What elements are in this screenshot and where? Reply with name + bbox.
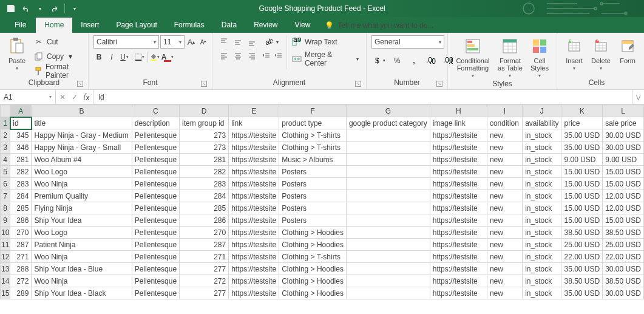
cell-K3[interactable]: 35.00 USD [561, 142, 603, 154]
cell-F15[interactable]: Clothing > Hoodies [279, 287, 347, 299]
underline-button[interactable]: U▾ [119, 51, 130, 63]
cell-F4[interactable]: Music > Albums [279, 154, 347, 166]
cell-K2[interactable]: 35.00 USD [561, 129, 603, 142]
cell-A3[interactable]: 346 [10, 142, 32, 154]
cell-D15[interactable]: 277 [180, 287, 229, 299]
borders-button[interactable]: ▾ [134, 51, 145, 63]
row-header-6[interactable]: 6 [1, 178, 10, 190]
cell-L15[interactable]: 30.00 USD [603, 287, 644, 299]
cell-F1[interactable]: product type [279, 117, 347, 129]
cell-A5[interactable]: 282 [10, 166, 32, 178]
cell-J8[interactable]: in_stock [523, 202, 561, 214]
cell-H6[interactable]: https://testsite [430, 178, 487, 190]
cell-J13[interactable]: in_stock [523, 263, 561, 275]
col-header-G[interactable]: G [346, 105, 430, 117]
cell-G1[interactable]: google product category [346, 117, 430, 129]
cell-H5[interactable]: https://testsite [430, 166, 487, 178]
expand-formula-bar-icon[interactable]: ⋁ [632, 90, 644, 104]
cell-J4[interactable]: in_stock [523, 154, 561, 166]
cell-J1[interactable]: availability [523, 117, 561, 129]
cell-I9[interactable]: new [487, 214, 522, 227]
paste-button[interactable]: Paste ▾ [5, 35, 29, 72]
cell-J11[interactable]: in_stock [523, 239, 561, 251]
cell-A6[interactable]: 283 [10, 178, 32, 190]
cell-I14[interactable]: new [487, 275, 522, 287]
cell-B14[interactable]: Woo Ninja [32, 275, 132, 287]
cell-B3[interactable]: Happy Ninja - Gray - Small [32, 142, 132, 154]
cell-I15[interactable]: new [487, 287, 522, 299]
cell-D1[interactable]: item group id [180, 117, 229, 129]
cell-L13[interactable]: 30.00 USD [603, 263, 644, 275]
cell-B1[interactable]: title [32, 117, 132, 129]
row-header-13[interactable]: 13 [1, 263, 10, 275]
cell-F11[interactable]: Clothing > Hoodies [279, 239, 347, 251]
cell-C8[interactable]: Pellentesque [132, 202, 179, 214]
cell-G9[interactable] [346, 214, 430, 227]
cell-J7[interactable]: in_stock [523, 190, 561, 202]
cell-K6[interactable]: 15.00 USD [561, 178, 603, 190]
undo-icon[interactable] [21, 4, 30, 13]
tab-formulas[interactable]: Formulas [166, 18, 213, 33]
tab-file[interactable]: File [6, 18, 35, 33]
grow-font-button[interactable]: A▴ [186, 36, 197, 48]
cell-J9[interactable]: in_stock [523, 214, 561, 227]
cell-L4[interactable]: 9.00 USD [603, 154, 644, 166]
cell-L12[interactable]: 22.00 USD [603, 251, 644, 263]
font-size-combo[interactable]: 11▾ [160, 35, 185, 49]
cell-H2[interactable]: https://testsite [430, 129, 487, 142]
tab-review[interactable]: Review [245, 18, 286, 33]
cell-G7[interactable] [346, 190, 430, 202]
cell-styles-button[interactable]: Cell Styles▾ [527, 35, 552, 80]
cell-C11[interactable]: Pellentesque [132, 239, 179, 251]
cell-F3[interactable]: Clothing > T-shirts [279, 142, 347, 154]
bold-button[interactable]: B [93, 51, 104, 63]
cell-I4[interactable]: new [487, 154, 522, 166]
conditional-formatting-button[interactable]: Conditional Formatting▾ [453, 35, 493, 80]
cell-H7[interactable]: https://testsite [430, 190, 487, 202]
cell-C4[interactable]: Pellentesque [132, 154, 179, 166]
comma-format-button[interactable]: , [405, 53, 422, 68]
cell-E8[interactable]: https://testsite [229, 202, 279, 214]
cell-C9[interactable]: Pellentesque [132, 214, 179, 227]
format-cells-button[interactable]: Form [615, 35, 640, 66]
tab-page-layout[interactable]: Page Layout [107, 18, 165, 33]
cell-B12[interactable]: Woo Ninja [32, 251, 132, 263]
cell-A4[interactable]: 281 [10, 154, 32, 166]
cell-I1[interactable]: condition [487, 117, 522, 129]
cell-E7[interactable]: https://testsite [229, 190, 279, 202]
align-left-button[interactable] [217, 49, 231, 63]
cell-G6[interactable] [346, 178, 430, 190]
cell-G2[interactable] [346, 129, 430, 142]
orientation-button[interactable]: ab▾ [261, 35, 284, 49]
cell-C6[interactable]: Pellentesque [132, 178, 179, 190]
cell-D4[interactable]: 281 [180, 154, 229, 166]
cell-G8[interactable] [346, 202, 430, 214]
cell-H3[interactable]: https://testsite [430, 142, 487, 154]
cell-F14[interactable]: Clothing > Hoodies [279, 275, 347, 287]
cell-H14[interactable]: https://testsite [430, 275, 487, 287]
cell-C10[interactable]: Pellentesque [132, 227, 179, 239]
cell-H12[interactable]: https://testsite [430, 251, 487, 263]
cell-E10[interactable]: https://testsite [229, 227, 279, 239]
font-color-button[interactable]: A▾ [162, 51, 173, 63]
cell-B10[interactable]: Woo Logo [32, 227, 132, 239]
cell-I10[interactable]: new [487, 227, 522, 239]
row-header-1[interactable]: 1 [1, 117, 10, 129]
cell-F6[interactable]: Posters [279, 178, 347, 190]
cell-C7[interactable]: Pellentesque [132, 190, 179, 202]
cell-I12[interactable]: new [487, 251, 522, 263]
align-middle-button[interactable] [231, 35, 245, 49]
col-header-K[interactable]: K [561, 105, 603, 117]
increase-indent-button[interactable] [273, 50, 284, 62]
tab-home[interactable]: Home [36, 18, 72, 33]
cell-L10[interactable]: 38.50 USD [603, 227, 644, 239]
cell-G13[interactable] [346, 263, 430, 275]
cell-E1[interactable]: link [229, 117, 279, 129]
cell-E4[interactable]: https://testsite [229, 154, 279, 166]
percent-format-button[interactable]: % [388, 53, 405, 68]
cell-D3[interactable]: 273 [180, 142, 229, 154]
cell-A13[interactable]: 288 [10, 263, 32, 275]
cell-G15[interactable] [346, 287, 430, 299]
cell-G14[interactable] [346, 275, 430, 287]
cell-K9[interactable]: 15.00 USD [561, 214, 603, 227]
